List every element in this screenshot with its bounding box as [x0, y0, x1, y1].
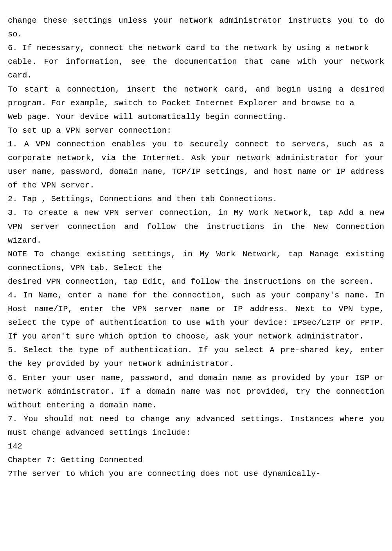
- body-text-line: ?The server to which you are connecting …: [8, 469, 321, 478]
- body-text-line: 2. Tap , Settings, Connections and then …: [8, 194, 277, 203]
- body-text-line: 6. Enter your user name, password, and d…: [8, 373, 389, 410]
- body-text-line: 3. To create a new VPN server connection…: [8, 208, 389, 245]
- page-number: 142: [8, 442, 22, 451]
- body-text-line: 4. In Name, enter a name for the connect…: [8, 291, 389, 341]
- body-text-line: To set up a VPN server connection:: [8, 126, 171, 135]
- body-text-line: 1. A VPN connection enables you to secur…: [8, 140, 389, 190]
- body-text-line: desired VPN connection, tap Edit, and fo…: [8, 277, 374, 286]
- body-text-line: cable. For information, see the document…: [8, 57, 389, 80]
- body-text-line: change these settings unless your networ…: [8, 16, 389, 39]
- body-text-line: 7. You should not need to change any adv…: [8, 414, 389, 437]
- body-text-line: Web page. Your device will automatically…: [8, 112, 287, 121]
- body-text-line: To start a connection, insert the networ…: [8, 85, 389, 108]
- chapter-title: Chapter 7: Getting Connected: [8, 456, 142, 465]
- body-text-line: 5. Select the type of authentication. If…: [8, 346, 389, 368]
- body-text-line: 6. If necessary, connect the network car…: [8, 43, 369, 52]
- document-page: change these settings unless your networ…: [0, 0, 392, 481]
- body-text-line: NOTE To change existing settings, in My …: [8, 250, 389, 272]
